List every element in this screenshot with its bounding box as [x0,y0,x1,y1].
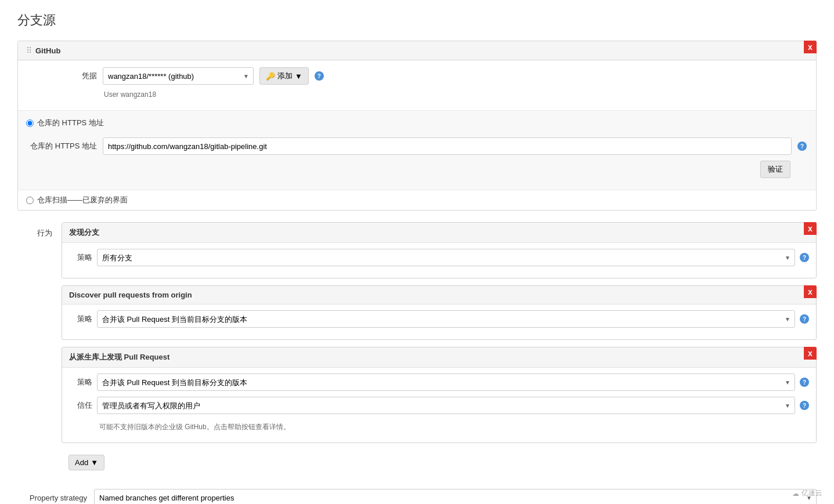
https-radio-section: 仓库的 HTTPS 地址 仓库的 HTTPS 地址 https://github… [18,110,816,190]
discover-pr-fork-box: 从派生库上发现 Pull Request x 策略 合并该 Pull Reque… [62,347,817,443]
discover-pr-origin-box: Discover pull requests from origin x 策略 … [62,285,817,340]
discover-pr-fork-title: 从派生库上发现 Pull Request [69,353,169,361]
deprecated-radio[interactable] [26,197,34,204]
discover-pr-origin-strategy-label: 策略 [69,314,92,324]
discover-pr-fork-trust-select[interactable]: 管理员或者有写入权限的用户 所有人 无 [97,397,795,414]
github-section: ⠿ GitHub x 凭据 wangzan18/****** (github) … [17,41,817,211]
discover-pr-origin-close[interactable]: x [804,285,817,298]
credentials-help-icon[interactable]: ? [315,71,324,81]
credentials-select[interactable]: wangzan18/****** (github) [103,67,254,85]
key-icon: 🔑 [266,72,275,81]
behavior-content: 发现分支 x 策略 所有分支 仅限多分支流水线中的分支 排除也提交到 PR 的分… [62,222,817,477]
credentials-label: 凭据 [27,71,97,81]
discover-branches-help1[interactable]: ? [800,253,809,262]
add-credential-label: 添加 [277,71,293,81]
property-strategy-label: Property strategy [17,494,87,502]
discover-pr-fork-trust-label: 信任 [69,400,92,411]
github-close-button[interactable]: x [804,41,817,53]
discover-branches-content: 策略 所有分支 仅限多分支流水线中的分支 排除也提交到 PR 的分支 ? [62,243,816,278]
discover-branches-strategy-label: 策略 [69,252,92,263]
page-title: 分支源 [17,12,817,29]
discover-pr-fork-strategy-label: 策略 [69,377,92,387]
discover-pr-fork-header: 从派生库上发现 Pull Request x [62,347,816,368]
discover-branches-strategy-select-wrapper: 所有分支 仅限多分支流水线中的分支 排除也提交到 PR 的分支 [97,249,795,266]
add-behavior-dropdown-arrow: ▼ [91,458,98,467]
property-strategy-select[interactable]: Named branches get different properties … [94,489,817,504]
discover-pr-fork-close[interactable]: x [804,347,817,360]
https-url-row: 仓库的 HTTPS 地址 https://github.com/wangzan1… [27,137,807,155]
add-dropdown-arrow: ▼ [295,72,302,81]
user-hint: User wangzan18 [104,90,807,99]
watermark: ☁ 亿速云 [792,488,822,498]
github-title: GitHub [35,46,60,55]
discover-pr-origin-header: Discover pull requests from origin x [62,286,816,304]
discover-pr-fork-strategy-wrapper: 合并该 Pull Request 到当前目标分支的版本 当前 Pull Requ… [97,374,795,391]
fork-note: 可能不支持旧版本的企业级 GitHub。点击帮助按钮查看详情。 [69,420,809,437]
behavior-label: 行为 [17,222,52,238]
discover-branches-title: 发现分支 [69,228,99,237]
discover-pr-fork-trust-help[interactable]: ? [800,401,809,410]
discover-pr-fork-strategy-help[interactable]: ? [800,378,809,387]
discover-pr-fork-trust-wrapper: 管理员或者有写入权限的用户 所有人 无 [97,397,795,414]
add-btn-container: Add ▼ [62,450,817,477]
discover-branches-strategy-row: 策略 所有分支 仅限多分支流水线中的分支 排除也提交到 PR 的分支 ? [69,249,809,266]
discover-pr-origin-strategy-wrapper: 合并该 Pull Request 到当前目标分支的版本 当前 Pull Requ… [97,310,795,328]
discover-branches-header: 发现分支 x [62,223,816,243]
add-credential-button[interactable]: 🔑 添加 ▼ [259,67,309,85]
https-help-icon[interactable]: ? [797,142,807,151]
watermark-text: 亿速云 [801,488,822,498]
deprecated-radio-text: 仓库扫描——已废弃的界面 [37,195,128,205]
deprecated-radio-section: 仓库扫描——已废弃的界面 [18,190,816,210]
discover-pr-origin-content: 策略 合并该 Pull Request 到当前目标分支的版本 当前 Pull R… [62,304,816,339]
discover-pr-origin-strategy-row: 策略 合并该 Pull Request 到当前目标分支的版本 当前 Pull R… [69,310,809,328]
https-content: 仓库的 HTTPS 地址 https://github.com/wangzan1… [18,133,816,187]
discover-branches-strategy-select[interactable]: 所有分支 仅限多分支流水线中的分支 排除也提交到 PR 的分支 [97,249,795,266]
behavior-section: 行为 发现分支 x 策略 所有分支 仅限多分支流水线中的分支 排除也 [17,222,817,477]
property-strategy-select-wrapper: Named branches get different properties … [94,489,817,504]
discover-pr-fork-strategy-row: 策略 合并该 Pull Request 到当前目标分支的版本 当前 Pull R… [69,374,809,391]
page-container: 分支源 ⠿ GitHub x 凭据 wangzan18/****** (gith… [0,0,834,504]
credentials-row: 凭据 wangzan18/****** (github) 🔑 添加 ▼ ? [27,67,807,85]
watermark-icon: ☁ [792,490,799,498]
https-url-label: 仓库的 HTTPS 地址 [27,141,97,151]
discover-pr-fork-content: 策略 合并该 Pull Request 到当前目标分支的版本 当前 Pull R… [62,368,816,443]
github-section-header: ⠿ GitHub [18,41,816,60]
discover-pr-origin-title: Discover pull requests from origin [69,291,192,299]
drag-icon: ⠿ [26,46,32,55]
discover-branches-close[interactable]: x [804,222,817,235]
discover-pr-origin-help1[interactable]: ? [800,314,809,324]
add-behavior-button[interactable]: Add ▼ [68,455,104,470]
add-behavior-label: Add [75,458,88,467]
discover-branches-box: 发现分支 x 策略 所有分支 仅限多分支流水线中的分支 排除也提交到 PR 的分… [62,222,817,278]
discover-pr-fork-strategy-select[interactable]: 合并该 Pull Request 到当前目标分支的版本 当前 Pull Requ… [97,374,795,391]
discover-pr-fork-trust-row: 信任 管理员或者有写入权限的用户 所有人 无 ? [69,397,809,414]
property-strategy-row: Property strategy Named branches get dif… [17,489,817,504]
https-radio-text: 仓库的 HTTPS 地址 [37,118,104,128]
https-url-input[interactable]: https://github.com/wangzan18/gitlab-pipe… [103,137,792,155]
credentials-content: 凭据 wangzan18/****** (github) 🔑 添加 ▼ ? Us… [18,60,816,110]
deprecated-radio-label[interactable]: 仓库扫描——已废弃的界面 [18,190,816,210]
discover-pr-origin-strategy-select[interactable]: 合并该 Pull Request 到当前目标分支的版本 当前 Pull Requ… [97,310,795,328]
credentials-select-wrapper: wangzan18/****** (github) [103,67,254,85]
https-radio-label[interactable]: 仓库的 HTTPS 地址 [18,113,816,133]
verify-button[interactable]: 验证 [760,161,790,178]
https-radio[interactable] [26,119,34,127]
